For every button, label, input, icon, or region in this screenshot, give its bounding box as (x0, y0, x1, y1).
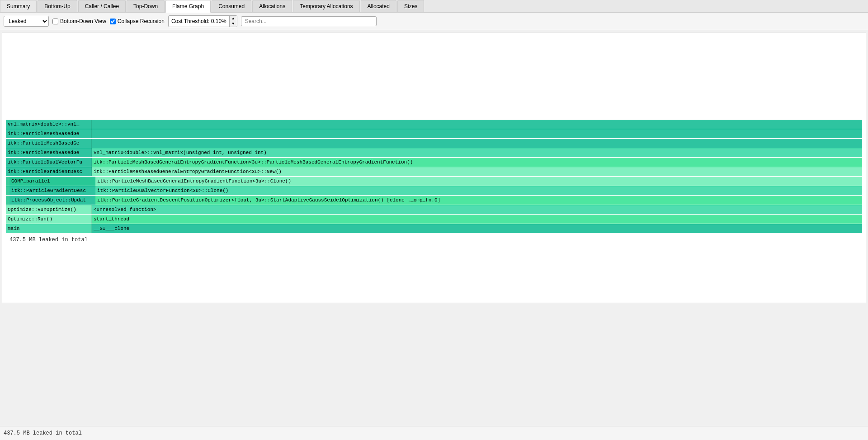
main-content: vnl_matrix<double>::vnl_itk::ParticleMes… (2, 32, 866, 303)
flame-row-7[interactable]: itk::ParticleGradientDescitk::ParticleDu… (6, 186, 862, 195)
tab-allocated[interactable]: Allocated (361, 0, 396, 12)
cost-threshold-down[interactable]: ▼ (230, 21, 237, 27)
flame-narrow-6 (6, 177, 9, 186)
cost-threshold-value: Cost Threshold: 0.10% (169, 17, 229, 26)
flame-left-4[interactable]: itk::ParticleDualVectorFu (6, 158, 92, 167)
empty-space (6, 36, 862, 120)
flame-left-11[interactable]: main (6, 224, 92, 233)
flame-right-2[interactable] (92, 139, 862, 148)
tab-bar: SummaryBottom-UpCaller / CalleeTop-DownF… (0, 0, 868, 13)
flame-row-8[interactable]: itk::ProcessObject::Updatitk::ParticleGr… (6, 196, 862, 205)
flame-area: vnl_matrix<double>::vnl_itk::ParticleMes… (2, 33, 866, 250)
flame-left-8[interactable]: itk::ProcessObject::Updat (9, 196, 95, 205)
flame-row-10[interactable]: Optimize::Run()start_thread (6, 215, 862, 224)
bottom-down-text: Bottom-Down View (60, 18, 106, 24)
flame-right-11[interactable]: __GI___clone (92, 224, 862, 233)
flame-left-10[interactable]: Optimize::Run() (6, 215, 92, 224)
flame-rows: vnl_matrix<double>::vnl_itk::ParticleMes… (6, 120, 862, 233)
flame-right-4[interactable]: itk::ParticleMeshBasedGeneralEntropyGrad… (92, 158, 862, 167)
flame-right-9[interactable]: <unresolved function> (92, 205, 862, 214)
tab-allocations[interactable]: Allocations (252, 0, 292, 12)
flame-left-9[interactable]: Optimize::RunOptimize() (6, 205, 92, 214)
flame-left-3[interactable]: itk::ParticleMeshBasedGe (6, 148, 92, 157)
tab-caller-callee[interactable]: Caller / Callee (78, 0, 126, 12)
flame-narrow-8 (6, 196, 9, 205)
collapse-recursion-text: Collapse Recursion (118, 18, 165, 24)
toolbar: LeakedAllocationsTemporaryConsumed Botto… (0, 13, 868, 30)
flame-left-0[interactable]: vnl_matrix<double>::vnl_ (6, 120, 92, 129)
bottom-down-checkbox[interactable] (52, 19, 58, 24)
flame-left-2[interactable]: itk::ParticleMeshBasedGe (6, 139, 92, 148)
flame-left-5[interactable]: itk::ParticleGradientDesc (6, 167, 92, 176)
flame-row-0[interactable]: vnl_matrix<double>::vnl_ (6, 120, 862, 129)
tab-flame-graph[interactable]: Flame Graph (165, 0, 211, 13)
flame-right-5[interactable]: itk::ParticleMeshBasedGeneralEntropyGrad… (92, 167, 862, 176)
tab-summary[interactable]: Summary (0, 0, 37, 12)
cost-threshold-spinners: ▲ ▼ (229, 16, 237, 27)
flame-left-7[interactable]: itk::ParticleGradientDesc (9, 186, 95, 195)
collapse-recursion-label[interactable]: Collapse Recursion (110, 18, 165, 24)
flame-row-9[interactable]: Optimize::RunOptimize()<unresolved funct… (6, 205, 862, 214)
tab-consumed[interactable]: Consumed (212, 0, 251, 12)
tab-top-down[interactable]: Top-Down (127, 0, 165, 12)
flame-right-6[interactable]: itk::ParticleMeshBasedGeneralEntropyGrad… (95, 177, 862, 186)
flame-row-5[interactable]: itk::ParticleGradientDescitk::ParticleMe… (6, 167, 862, 176)
tabs-container: SummaryBottom-UpCaller / CalleeTop-DownF… (0, 0, 868, 13)
bottom-down-label[interactable]: Bottom-Down View (52, 18, 106, 24)
cost-threshold-control: Cost Threshold: 0.10% ▲ ▼ (168, 15, 237, 27)
flame-left-1[interactable]: itk::ParticleMeshBasedGe (6, 129, 92, 138)
flame-row-4[interactable]: itk::ParticleDualVectorFuitk::ParticleMe… (6, 158, 862, 167)
flame-right-1[interactable] (92, 129, 862, 138)
flame-left-6[interactable]: GOMP_parallel (9, 177, 95, 186)
collapse-recursion-checkbox[interactable] (110, 19, 116, 24)
status-text: 437.5 MB leaked in total (9, 237, 88, 243)
tab-sizes[interactable]: Sizes (397, 0, 424, 12)
flame-right-8[interactable]: itk::ParticleGradientDescentPositionOpti… (95, 196, 862, 205)
flame-right-7[interactable]: itk::ParticleDualVectorFunction<3u>::Clo… (95, 186, 862, 195)
flame-right-3[interactable]: vnl_matrix<double>::vnl_matrix(unsigned … (92, 148, 862, 157)
mode-dropdown[interactable]: LeakedAllocationsTemporaryConsumed (4, 16, 49, 27)
tab-temporary-allocations[interactable]: Temporary Allocations (293, 0, 359, 12)
flame-row-6[interactable]: GOMP_parallelitk::ParticleMeshBasedGener… (6, 177, 862, 186)
flame-row-1[interactable]: itk::ParticleMeshBasedGe (6, 129, 862, 138)
flame-narrow-7 (6, 186, 9, 195)
tab-bottom-up[interactable]: Bottom-Up (38, 0, 77, 12)
flame-row-2[interactable]: itk::ParticleMeshBasedGe (6, 139, 862, 148)
flame-right-10[interactable]: start_thread (92, 215, 862, 224)
search-input[interactable] (241, 16, 377, 26)
flame-row-3[interactable]: itk::ParticleMeshBasedGevnl_matrix<doubl… (6, 148, 862, 157)
flame-row-11[interactable]: main__GI___clone (6, 224, 862, 233)
flame-right-0[interactable] (92, 120, 862, 129)
status-bar: 437.5 MB leaked in total (6, 233, 862, 247)
cost-threshold-up[interactable]: ▲ (230, 16, 237, 21)
